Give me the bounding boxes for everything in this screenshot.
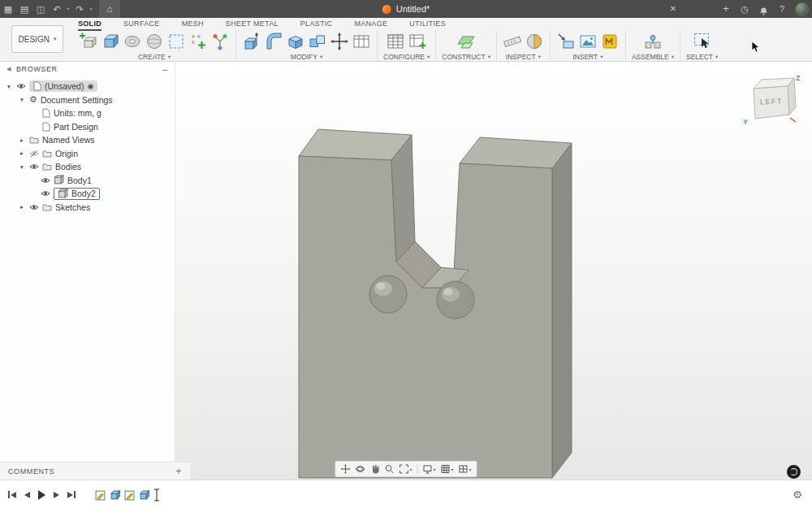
eye-icon[interactable] <box>41 189 50 198</box>
fastener-library-icon[interactable] <box>600 32 620 51</box>
expander-icon[interactable]: ▸ <box>18 203 26 211</box>
zoom-tool[interactable] <box>384 464 394 474</box>
expander-icon[interactable]: ▾ <box>5 83 13 90</box>
shell-icon[interactable] <box>286 32 305 51</box>
section-analysis-icon[interactable] <box>525 32 544 51</box>
timeline-go-to-start[interactable] <box>8 491 16 498</box>
notifications-icon[interactable] <box>758 2 769 16</box>
browser-row-part-design[interactable]: Part Design <box>0 120 175 134</box>
display-settings[interactable]: ▾ <box>422 464 435 474</box>
torus-icon[interactable] <box>123 32 142 51</box>
eye-icon[interactable] <box>29 163 39 171</box>
construct-menu[interactable]: CONSTRUCT▾ <box>442 53 490 61</box>
browser-row-document-settings[interactable]: ▾ ⚙ Document Settings <box>0 93 175 107</box>
file-menu-icon[interactable]: ▤ <box>16 0 32 18</box>
collapse-panel-icon[interactable]: ◀ <box>6 66 11 72</box>
tab-solid[interactable]: SOLID <box>78 20 102 31</box>
eye-icon[interactable] <box>29 203 39 211</box>
minimize-panel-icon[interactable]: – <box>162 64 168 74</box>
extrude-feature-icon[interactable] <box>139 489 150 501</box>
app-grid-icon[interactable]: ▦ <box>0 0 16 18</box>
tab-mesh[interactable]: MESH <box>182 20 204 31</box>
redo-icon[interactable]: ↷ <box>71 0 88 18</box>
tab-plastic[interactable]: PLASTIC <box>300 20 333 31</box>
expander-icon[interactable]: ▸ <box>18 150 26 157</box>
tab-utilities[interactable]: UTILITIES <box>409 20 446 31</box>
hand-tool[interactable] <box>369 464 379 474</box>
configure-menu[interactable]: CONFIGURE▾ <box>383 53 430 61</box>
sphere-icon[interactable] <box>145 32 164 51</box>
tab-surface[interactable]: SURFACE <box>123 20 160 31</box>
new-document-icon[interactable]: + <box>720 0 732 18</box>
job-status-icon[interactable]: ◷ <box>739 0 750 18</box>
browser-row-unsaved[interactable]: ▾ (Unsaved) ◉ <box>0 80 175 93</box>
timeline-step-forward[interactable] <box>54 492 59 498</box>
home-icon[interactable]: ⌂ <box>99 0 120 18</box>
press-pull-icon[interactable] <box>242 32 261 51</box>
workspace-switcher[interactable]: DESIGN ▾ <box>11 25 63 53</box>
viewports-menu[interactable]: ▾ <box>459 464 472 474</box>
timeline-settings-icon[interactable]: ⚙ <box>793 488 802 501</box>
active-document-icon[interactable]: ◉ <box>87 82 93 90</box>
undo-dropdown-icon[interactable]: ▾ <box>65 0 71 18</box>
browser-row-body1[interactable]: Body1 <box>0 174 175 188</box>
construction-plane-icon[interactable] <box>456 32 476 51</box>
fit-tool[interactable]: ▾ <box>399 464 412 474</box>
sketch-feature-icon[interactable] <box>95 489 106 501</box>
eye-icon[interactable] <box>41 176 50 185</box>
browser-row-body2[interactable]: Body2 <box>0 187 175 201</box>
eye-hidden-icon[interactable] <box>29 150 39 158</box>
insert-configuration-icon[interactable] <box>408 32 427 51</box>
expander-icon[interactable]: ▸ <box>18 137 26 144</box>
help-icon[interactable]: ? <box>776 0 788 18</box>
move-icon[interactable] <box>330 32 349 51</box>
browser-row-sketches[interactable]: ▸ Sketches <box>0 201 175 215</box>
sketch-feature-icon[interactable] <box>124 489 136 501</box>
insert-derive-icon[interactable] <box>556 32 576 51</box>
new-component-icon[interactable] <box>79 32 98 51</box>
comments-bar[interactable]: COMMENTS + <box>0 462 190 480</box>
assemble-menu[interactable]: ASSEMBLE▾ <box>632 53 674 61</box>
add-comment-icon[interactable]: + <box>175 466 182 477</box>
derive-branch-icon[interactable] <box>210 32 230 51</box>
timeline-marker[interactable] <box>153 488 160 501</box>
inspect-menu[interactable]: INSPECT▾ <box>506 53 541 61</box>
selected-item-box[interactable]: Body2 <box>54 188 100 200</box>
extrude-feature-icon[interactable] <box>110 489 121 501</box>
orbit-tool[interactable] <box>355 464 365 474</box>
box-icon[interactable] <box>101 32 120 51</box>
redo-dropdown-icon[interactable]: ▾ <box>88 0 94 18</box>
assistant-icon[interactable] <box>787 465 801 479</box>
browser-row-named-views[interactable]: ▸ Named Views <box>0 133 175 147</box>
browser-row-bodies[interactable]: ▾ Bodies <box>0 160 175 174</box>
measure-icon[interactable] <box>503 32 522 51</box>
expander-icon[interactable]: ▾ <box>18 96 26 103</box>
modify-menu[interactable]: MODIFY▾ <box>291 53 322 61</box>
undo-icon[interactable]: ↶ <box>49 0 65 18</box>
pattern-icon[interactable] <box>188 32 208 51</box>
view-cube[interactable]: LEFT Z Y <box>741 72 804 131</box>
browser-row-units[interactable]: Units: mm, g <box>0 106 175 120</box>
timeline-go-to-end[interactable] <box>67 491 76 498</box>
pan-tool[interactable] <box>340 464 350 474</box>
combine-icon[interactable] <box>308 32 327 51</box>
close-document-icon[interactable]: ✕ <box>666 0 680 18</box>
select-icon[interactable] <box>693 32 712 51</box>
canvas-image-icon[interactable] <box>578 32 598 51</box>
timeline-play[interactable] <box>38 490 45 500</box>
select-menu[interactable]: SELECT▾ <box>686 53 718 61</box>
insert-menu[interactable]: INSERT▾ <box>572 53 603 61</box>
joint-icon[interactable] <box>643 32 663 51</box>
sketch-region-icon[interactable] <box>166 32 186 51</box>
configuration-table-icon[interactable] <box>386 32 405 51</box>
browser-row-origin[interactable]: ▸ Origin <box>0 147 175 161</box>
avatar[interactable] <box>795 2 809 16</box>
tab-sheet-metal[interactable]: SHEET METAL <box>226 20 279 31</box>
expander-icon[interactable]: ▾ <box>18 163 26 171</box>
fillet-icon[interactable] <box>264 32 283 51</box>
tab-manage[interactable]: MANAGE <box>354 20 387 31</box>
parameters-icon[interactable] <box>352 32 371 51</box>
timeline-step-back[interactable] <box>24 492 30 498</box>
document-tab[interactable]: Untitled* <box>382 0 430 18</box>
eye-icon[interactable] <box>16 82 26 90</box>
